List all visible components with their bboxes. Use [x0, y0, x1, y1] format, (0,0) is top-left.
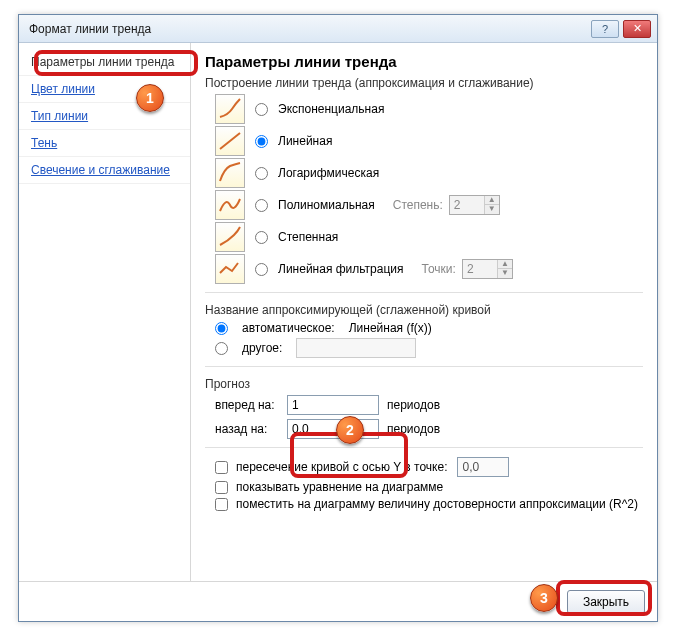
- name-group-label: Название аппроксимирующей (сглаженной) к…: [205, 303, 643, 317]
- moving-avg-radio[interactable]: [255, 263, 268, 276]
- polynomial-radio[interactable]: [255, 199, 268, 212]
- page-title: Параметры линии тренда: [205, 53, 643, 70]
- show-r2-label: поместить на диаграмму величину достовер…: [236, 497, 638, 511]
- exponential-radio[interactable]: [255, 103, 268, 116]
- callout-3: 3: [530, 584, 558, 612]
- name-other-input[interactable]: [296, 338, 416, 358]
- degree-label: Степень:: [393, 198, 443, 212]
- moving-avg-icon: [215, 254, 245, 284]
- exponential-label: Экспоненциальная: [278, 102, 384, 116]
- intercept-label: пересечение кривой с осью Y в точке:: [236, 460, 447, 474]
- close-button[interactable]: Закрыть: [567, 590, 645, 614]
- callout-1: 1: [136, 84, 164, 112]
- linear-radio[interactable]: [255, 135, 268, 148]
- dialog-window: Формат линии тренда ? ✕ Параметры линии …: [18, 14, 658, 622]
- logarithmic-icon: [215, 158, 245, 188]
- power-radio[interactable]: [255, 231, 268, 244]
- sidebar-item-glow[interactable]: Свечение и сглаживание: [19, 157, 190, 184]
- linear-icon: [215, 126, 245, 156]
- window-title: Формат линии тренда: [25, 22, 591, 36]
- linear-label: Линейная: [278, 134, 332, 148]
- sidebar-item-line-type[interactable]: Тип линии: [19, 103, 190, 130]
- close-window-button[interactable]: ✕: [623, 20, 651, 38]
- footer: Закрыть: [19, 581, 657, 621]
- callout-2: 2: [336, 416, 364, 444]
- content-panel: Параметры линии тренда Построение линии …: [191, 43, 657, 581]
- power-label: Степенная: [278, 230, 338, 244]
- backward-input[interactable]: [287, 419, 379, 439]
- backward-label: назад на:: [215, 422, 279, 436]
- points-input: [463, 260, 497, 278]
- show-equation-label: показывать уравнение на диаграмме: [236, 480, 443, 494]
- exponential-icon: [215, 94, 245, 124]
- show-r2-checkbox[interactable]: [215, 498, 228, 511]
- sidebar-item-line-color[interactable]: Цвет линии: [19, 76, 190, 103]
- help-button[interactable]: ?: [591, 20, 619, 38]
- forward-label: вперед на:: [215, 398, 279, 412]
- points-spinner: ▲▼: [462, 259, 513, 279]
- titlebar: Формат линии тренда ? ✕: [19, 15, 657, 43]
- name-auto-radio[interactable]: [215, 322, 228, 335]
- name-auto-label: автоматическое:: [242, 321, 335, 335]
- sidebar-item-shadow[interactable]: Тень: [19, 130, 190, 157]
- forward-input[interactable]: [287, 395, 379, 415]
- polynomial-label: Полиномиальная: [278, 198, 375, 212]
- build-group-label: Построение линии тренда (аппроксимация и…: [205, 76, 643, 90]
- intercept-input: [457, 457, 509, 477]
- polynomial-icon: [215, 190, 245, 220]
- points-label: Точки:: [422, 262, 456, 276]
- intercept-checkbox[interactable]: [215, 461, 228, 474]
- moving-avg-label: Линейная фильтрация: [278, 262, 404, 276]
- sidebar-item-trendline-options[interactable]: Параметры линии тренда: [19, 49, 190, 76]
- sidebar: Параметры линии тренда Цвет линии Тип ли…: [19, 43, 191, 581]
- logarithmic-label: Логарифмическая: [278, 166, 379, 180]
- name-other-radio[interactable]: [215, 342, 228, 355]
- name-auto-value: Линейная (f(x)): [349, 321, 432, 335]
- show-equation-checkbox[interactable]: [215, 481, 228, 494]
- degree-input: [450, 196, 484, 214]
- power-icon: [215, 222, 245, 252]
- logarithmic-radio[interactable]: [255, 167, 268, 180]
- backward-units: периодов: [387, 422, 440, 436]
- degree-spinner: ▲▼: [449, 195, 500, 215]
- forecast-group-label: Прогноз: [205, 377, 643, 391]
- forward-units: периодов: [387, 398, 440, 412]
- name-other-label: другое:: [242, 341, 282, 355]
